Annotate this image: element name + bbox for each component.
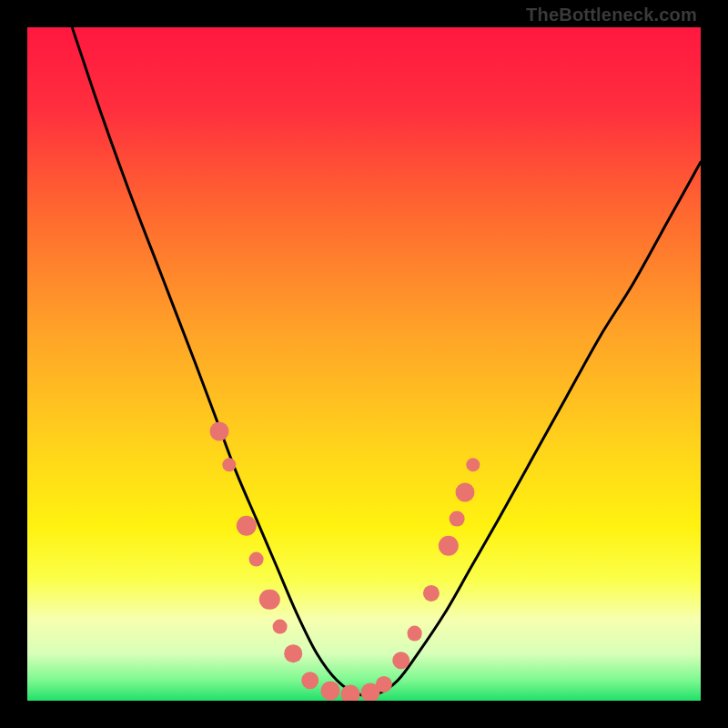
highlight-dot xyxy=(272,619,288,634)
highlight-dot xyxy=(407,626,422,642)
highlight-dot xyxy=(456,482,475,501)
chart-frame: TheBottleneck.com xyxy=(0,0,728,728)
highlight-dot xyxy=(376,675,392,692)
highlight-dot xyxy=(321,681,340,700)
highlight-dot xyxy=(259,590,279,610)
highlight-dot xyxy=(209,422,228,441)
highlight-dot xyxy=(301,672,319,690)
highlight-dot xyxy=(466,458,480,471)
highlight-dot xyxy=(450,511,465,527)
highlight-dots-layer xyxy=(27,27,701,701)
highlight-dot xyxy=(222,458,236,471)
highlight-dot xyxy=(438,536,458,556)
highlight-dot xyxy=(341,684,360,701)
highlight-dot xyxy=(248,551,264,567)
watermark-text: TheBottleneck.com xyxy=(526,5,697,25)
highlight-dot xyxy=(236,515,256,535)
highlight-dot xyxy=(285,644,303,662)
plot-area xyxy=(27,27,701,701)
highlight-dot xyxy=(423,585,440,602)
highlight-dot xyxy=(392,652,410,670)
